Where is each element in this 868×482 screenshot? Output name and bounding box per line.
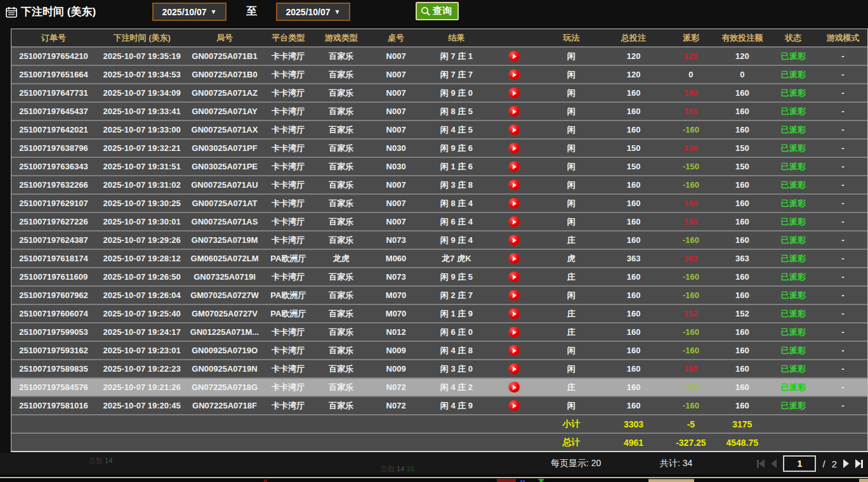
- cell-time: 2025-10-07 19:28:12: [96, 254, 188, 263]
- play-video-button[interactable]: [509, 345, 520, 356]
- table-row[interactable]: 2510071976477312025-10-07 19:34:09GN0072…: [11, 83, 867, 101]
- cell-order: 251007197642021: [11, 125, 96, 134]
- subtotal-label: 小计: [541, 419, 602, 430]
- play-video-button[interactable]: [509, 382, 520, 393]
- date-to-select[interactable]: 2025/10/07 ▼: [276, 3, 350, 21]
- cell-order: 251007197654210: [11, 51, 96, 61]
- cell-game: 百家乐: [315, 124, 367, 136]
- cell-bet: 闲: [541, 88, 602, 99]
- table-row[interactable]: 2510071976542102025-10-07 19:35:19GN0072…: [11, 46, 867, 65]
- table-row[interactable]: 2510071976181742025-10-07 19:28:12GM0602…: [11, 249, 867, 267]
- play-video-button[interactable]: [509, 124, 520, 135]
- play-video-button[interactable]: [509, 290, 520, 301]
- cell-status: 已派彩: [768, 179, 819, 191]
- cell-mode: -: [819, 162, 867, 171]
- bet-records-table: 订单号下注时间 (美东)局号平台类型游戏类型桌号结果玩法总投注派彩有效投注额状态…: [11, 29, 868, 452]
- play-video-button[interactable]: [509, 69, 520, 80]
- cell-payout: -160: [665, 290, 716, 300]
- date-from-select[interactable]: 2025/10/07 ▼: [152, 3, 227, 21]
- cell-play: [488, 308, 541, 319]
- table-row[interactable]: 2510071975898352025-10-07 19:22:23GN0092…: [11, 359, 867, 377]
- table-row[interactable]: 2510071975810162025-10-07 19:20:45GN0722…: [11, 396, 867, 414]
- table-row[interactable]: 2510071976291072025-10-07 19:30:25GN0072…: [11, 193, 867, 212]
- last-page-button[interactable]: [855, 459, 863, 468]
- cell-table: N007: [367, 70, 425, 79]
- next-page-button[interactable]: [843, 459, 849, 468]
- play-video-button[interactable]: [509, 253, 520, 264]
- cell-total: 150: [602, 162, 666, 171]
- cell-result: 闲 1 庄 9: [425, 308, 488, 320]
- cell-result: 龙7 虎K: [425, 253, 488, 264]
- cell-play: [488, 51, 541, 62]
- play-video-button[interactable]: [509, 88, 520, 98]
- table-row[interactable]: 2510071976516642025-10-07 19:34:53GN0072…: [11, 65, 867, 83]
- play-icon: [513, 72, 516, 77]
- play-video-button[interactable]: [509, 198, 520, 209]
- play-video-button[interactable]: [509, 400, 520, 411]
- table-row[interactable]: 2510071976454372025-10-07 19:33:41GN0072…: [11, 101, 867, 120]
- table-row[interactable]: 2510071976272262025-10-07 19:30:01GN0072…: [11, 212, 867, 230]
- filter-title: 下注时间 (美东): [5, 4, 96, 19]
- table-row[interactable]: 2510071976363432025-10-07 19:31:51GN0302…: [11, 157, 867, 175]
- cell-order: 251007197632266: [11, 180, 96, 190]
- cell-mode: -: [819, 401, 867, 410]
- page-number-input[interactable]: [783, 455, 816, 472]
- play-video-button[interactable]: [509, 363, 520, 374]
- table-row[interactable]: 2510071976079622025-10-07 19:26:04GM0702…: [11, 285, 867, 304]
- table-row[interactable]: 2510071976116092025-10-07 19:26:50GN0732…: [11, 267, 867, 285]
- cell-order: 251007197651664: [11, 70, 96, 79]
- cell-payout: 160: [665, 199, 716, 208]
- cell-mode: -: [819, 143, 867, 153]
- cell-order: 251007197647731: [11, 88, 96, 98]
- cell-order: 251007197607962: [11, 290, 96, 300]
- play-icon: [513, 127, 516, 133]
- play-video-button[interactable]: [509, 143, 520, 153]
- play-icon: [513, 146, 516, 151]
- play-video-button[interactable]: [509, 327, 520, 337]
- table-row[interactable]: 2510071976060742025-10-07 19:25:40GM0702…: [11, 304, 867, 322]
- table-row[interactable]: 2510071976243872025-10-07 19:29:26GN0732…: [11, 230, 867, 249]
- cell-table: M070: [367, 309, 425, 318]
- cell-mode: -: [819, 125, 867, 134]
- cell-payout: 363: [665, 254, 716, 263]
- play-video-button[interactable]: [509, 179, 520, 190]
- cell-status: 已派彩: [768, 51, 819, 62]
- first-page-button[interactable]: [757, 459, 765, 468]
- play-video-button[interactable]: [509, 51, 520, 62]
- table-row[interactable]: 2510071976322662025-10-07 19:31:02GN0072…: [11, 175, 867, 193]
- cell-mode: -: [819, 272, 867, 282]
- cell-time: 2025-10-07 19:29:26: [96, 235, 188, 245]
- play-video-button[interactable]: [509, 271, 520, 282]
- cell-order: 251007197618174: [11, 254, 96, 263]
- search-button[interactable]: 查询: [416, 2, 459, 20]
- cell-valid: 160: [716, 364, 768, 374]
- cell-time: 2025-10-07 19:33:41: [96, 107, 188, 116]
- table-row[interactable]: 2510071975990532025-10-07 19:24:17GN0122…: [11, 322, 867, 341]
- prev-page-button[interactable]: [771, 459, 777, 468]
- table-row[interactable]: 2510071976420212025-10-07 19:33:00GN0072…: [11, 120, 867, 138]
- cell-result: 闲 4 庄 8: [425, 345, 488, 356]
- play-video-button[interactable]: [509, 106, 520, 117]
- cell-payout: -160: [665, 235, 716, 245]
- cell-game: 百家乐: [315, 271, 367, 283]
- cell-result: 闲 8 庄 5: [425, 106, 488, 117]
- table-row[interactable]: 2510071975931622025-10-07 19:23:01GN0092…: [11, 341, 867, 359]
- cell-game: 百家乐: [315, 308, 367, 320]
- cell-round: GN00725A071AT: [188, 199, 261, 208]
- cell-result: 闲 4 庄 5: [425, 124, 488, 136]
- cell-total: 160: [602, 346, 666, 355]
- column-header-time: 下注时间 (美东): [96, 32, 188, 44]
- table-row[interactable]: 2510071976387962025-10-07 19:32:21GN0302…: [11, 138, 867, 157]
- table-row[interactable]: 2510071975845762025-10-07 19:21:26GN0722…: [11, 377, 867, 396]
- total-pages: 2: [832, 459, 837, 469]
- cell-time: 2025-10-07 19:25:40: [96, 309, 188, 318]
- play-video-button[interactable]: [509, 161, 520, 172]
- cell-result: 闲 9 庄 4: [425, 235, 488, 246]
- play-video-button[interactable]: [509, 235, 520, 245]
- play-video-button[interactable]: [509, 308, 520, 319]
- cell-total: 120: [602, 51, 666, 61]
- cell-bet: 庄: [541, 327, 602, 338]
- cell-round: GN00725A071AY: [188, 107, 261, 116]
- cell-payout: -160: [665, 401, 716, 410]
- play-video-button[interactable]: [509, 216, 520, 227]
